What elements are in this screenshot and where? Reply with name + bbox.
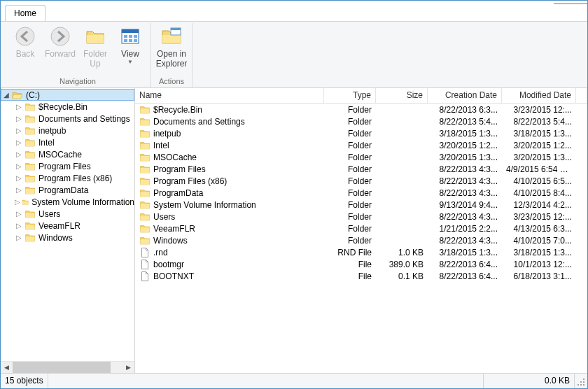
tree-expander-icon[interactable]: ▷ — [15, 186, 23, 194]
list-item[interactable]: WindowsFolder8/22/2013 4:3...4/10/2015 7… — [135, 234, 587, 246]
open-in-explorer-icon — [160, 25, 183, 48]
folder-icon — [139, 152, 150, 163]
list-item[interactable]: bootmgrFile389.0 KB8/22/2013 6:4...10/1/… — [135, 258, 587, 270]
tree-item[interactable]: ▷ProgramData — [1, 184, 134, 196]
list-item[interactable]: VeeamFLRFolder1/21/2015 2:2...4/13/2015 … — [135, 222, 587, 234]
view-label: View — [121, 49, 139, 59]
file-modified-date: 3/18/2015 1:3... — [502, 129, 576, 139]
tree-item[interactable]: ▷$Recycle.Bin — [1, 101, 134, 113]
folder-up-button[interactable]: Folder Up — [78, 23, 113, 76]
column-header-name[interactable]: Name — [135, 88, 324, 103]
file-icon — [139, 271, 150, 282]
file-creation-date: 1/21/2015 2:2... — [428, 224, 502, 234]
file-modified-date: 12/3/2014 4:2... — [502, 200, 576, 210]
svg-rect-22 — [578, 384, 579, 386]
folder-icon — [139, 235, 150, 246]
list-item[interactable]: Program FilesFolder8/22/2013 4:3...4/9/2… — [135, 163, 587, 175]
file-creation-date: 9/13/2014 9:4... — [428, 200, 502, 210]
tree-item[interactable]: ▷Documents and Settings — [1, 113, 134, 125]
open-in-explorer-button[interactable]: Open in Explorer — [154, 23, 189, 76]
folder-icon — [24, 232, 36, 243]
app-window: Backup Browser (GIM-I1369 at 4/13/2015 6… — [0, 0, 588, 389]
tree-item[interactable]: ▷inetpub — [1, 125, 134, 136]
tree-expander-icon[interactable]: ◢ — [2, 91, 10, 99]
column-header-size[interactable]: Size — [376, 88, 428, 103]
tree-item-label: Program Files — [37, 162, 91, 171]
file-modified-date: 4/13/2015 6:3... — [502, 224, 576, 234]
file-modified-date: 3/23/2015 12:... — [502, 212, 576, 222]
folder-icon — [24, 208, 36, 220]
resize-grip[interactable] — [575, 374, 587, 388]
tree-expander-icon[interactable]: ▷ — [15, 162, 23, 170]
column-header-modified-date[interactable]: Modified Date — [502, 88, 576, 103]
tree-item[interactable]: ▷System Volume Information — [1, 196, 134, 208]
view-button[interactable]: View ▼ — [113, 23, 148, 76]
list-pane: Name Type Size Creation Date Modified Da… — [135, 88, 587, 373]
column-header-creation-date[interactable]: Creation Date — [428, 88, 502, 103]
folder-icon — [139, 104, 150, 115]
file-type: Folder — [324, 117, 376, 127]
tree-expander-icon[interactable]: ▷ — [15, 103, 23, 111]
file-modified-date: 3/20/2015 1:2... — [502, 141, 576, 150]
tree-expander-icon[interactable]: ▷ — [15, 115, 23, 122]
tree-expander-icon[interactable]: ▷ — [15, 222, 23, 229]
list-item[interactable]: System Volume InformationFolder9/13/2014… — [135, 199, 587, 211]
file-name: Users — [153, 212, 175, 222]
list-item[interactable]: IntelFolder3/20/2015 1:2...3/20/2015 1:2… — [135, 139, 587, 151]
tree-expander-icon[interactable]: ▷ — [15, 234, 23, 241]
list-item[interactable]: Documents and SettingsFolder8/22/2013 5:… — [135, 115, 587, 127]
file-modified-date: 4/10/2015 8:4... — [502, 188, 576, 198]
file-name: bootmgr — [153, 260, 184, 269]
file-size: 0.1 KB — [376, 271, 428, 281]
column-header-type[interactable]: Type — [324, 88, 376, 103]
tab-home[interactable]: Home — [5, 5, 46, 21]
tree-horizontal-scrollbar[interactable]: ◀ ▶ — [1, 361, 134, 373]
forward-button[interactable]: Forward — [43, 23, 78, 76]
scroll-thumb[interactable] — [13, 362, 111, 373]
folder-up-label-1: Folder — [83, 49, 107, 59]
list-item[interactable]: ProgramDataFolder8/22/2013 4:3...4/10/20… — [135, 187, 587, 199]
list-item[interactable]: BOOTNXTFile0.1 KB8/22/2013 6:4...6/18/20… — [135, 270, 587, 282]
tree-expander-icon[interactable]: ▷ — [15, 127, 23, 134]
tree-pane: ◢(C:)▷$Recycle.Bin▷Documents and Setting… — [1, 88, 135, 373]
tree-item[interactable]: ▷Intel — [1, 136, 134, 148]
ribbon-tabstrip: Home — [1, 4, 587, 21]
file-list[interactable]: $Recycle.BinFolder8/22/2013 6:3...3/23/2… — [135, 104, 587, 373]
forward-icon — [49, 25, 71, 48]
tree-item[interactable]: ▷MSOCache — [1, 148, 134, 160]
file-name: ProgramData — [153, 188, 203, 198]
tree-root[interactable]: ◢(C:) — [1, 89, 134, 101]
scroll-right-button[interactable]: ▶ — [122, 362, 134, 373]
file-type: Folder — [324, 212, 376, 222]
tree-expander-icon[interactable]: ▷ — [15, 174, 23, 182]
file-type: Folder — [324, 129, 376, 139]
folder-icon — [22, 197, 29, 208]
list-item[interactable]: inetpubFolder3/18/2015 1:3...3/18/2015 1… — [135, 127, 587, 139]
scroll-track[interactable] — [13, 362, 122, 373]
folder-tree[interactable]: ◢(C:)▷$Recycle.Bin▷Documents and Setting… — [1, 88, 134, 244]
tree-item[interactable]: ▷VeeamFLR — [1, 220, 134, 232]
list-item[interactable]: .rndRND File1.0 KB3/18/2015 1:3...3/18/2… — [135, 246, 587, 258]
file-creation-date: 8/22/2013 4:3... — [428, 236, 502, 246]
folder-icon — [24, 113, 36, 125]
tree-expander-icon[interactable]: ▷ — [15, 198, 20, 206]
tree-item[interactable]: ▷Users — [1, 208, 134, 220]
open-in-explorer-label-1: Open in — [157, 49, 186, 59]
file-type: Folder — [324, 141, 376, 150]
file-type: Folder — [324, 200, 376, 210]
list-item[interactable]: $Recycle.BinFolder8/22/2013 6:3...3/23/2… — [135, 104, 587, 115]
scroll-left-button[interactable]: ◀ — [1, 362, 13, 373]
file-name: BOOTNXT — [153, 271, 194, 281]
tree-expander-icon[interactable]: ▷ — [15, 139, 23, 146]
folder-icon — [24, 185, 36, 196]
list-item[interactable]: MSOCacheFolder3/20/2015 1:3...3/20/2015 … — [135, 151, 587, 163]
back-button[interactable]: Back — [8, 23, 43, 76]
tree-item[interactable]: ▷Program Files — [1, 160, 134, 172]
folder-icon — [24, 137, 36, 148]
tree-item[interactable]: ▷Program Files (x86) — [1, 172, 134, 184]
tree-expander-icon[interactable]: ▷ — [15, 150, 23, 158]
tree-item[interactable]: ▷Windows — [1, 232, 134, 243]
list-item[interactable]: UsersFolder8/22/2013 4:3...3/23/2015 12:… — [135, 211, 587, 222]
tree-expander-icon[interactable]: ▷ — [15, 210, 23, 218]
list-item[interactable]: Program Files (x86)Folder8/22/2013 4:3..… — [135, 175, 587, 187]
